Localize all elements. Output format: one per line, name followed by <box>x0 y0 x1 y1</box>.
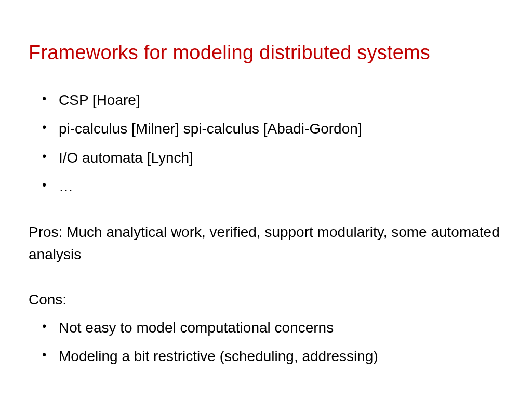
list-item: … <box>39 175 503 197</box>
list-item: CSP [Hoare] <box>39 89 503 111</box>
cons-heading: Cons: <box>29 288 503 311</box>
slide-title: Frameworks for modeling distributed syst… <box>29 42 503 64</box>
list-item: Modeling a bit restrictive (scheduling, … <box>39 345 503 367</box>
pros-text: Pros: Much analytical work, verified, su… <box>29 221 503 266</box>
list-item: I/O automata [Lynch] <box>39 147 503 169</box>
cons-list: Not easy to model computational concerns… <box>39 316 503 368</box>
list-item: Not easy to model computational concerns <box>39 316 503 339</box>
list-item: pi-calculus [Milner] spi-calculus [Abadi… <box>39 117 503 140</box>
frameworks-list: CSP [Hoare] pi-calculus [Milner] spi-cal… <box>39 89 503 198</box>
slide-content: CSP [Hoare] pi-calculus [Milner] spi-cal… <box>29 89 503 368</box>
